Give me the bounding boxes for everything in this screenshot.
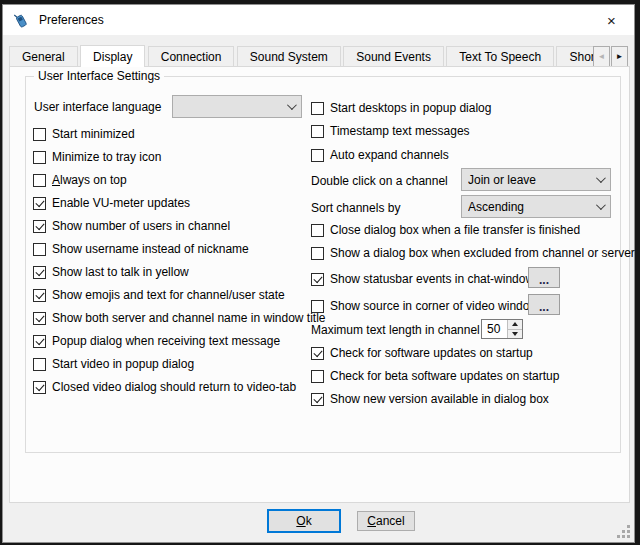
checkbox-always-on-top[interactable]: Always on top: [33, 172, 127, 188]
checkbox-timestamp-messages[interactable]: Timestamp text messages: [311, 123, 470, 139]
close-button[interactable]: ×: [589, 5, 634, 35]
chevron-down-icon: [596, 200, 606, 210]
checkbox-new-version-dialog[interactable]: Show new version available in dialog box: [311, 391, 549, 407]
checkbox-window-title[interactable]: Show both server and channel name in win…: [33, 310, 326, 326]
sort-channels-combobox[interactable]: Ascending: [461, 195, 611, 218]
tab-sound-events[interactable]: Sound Events: [343, 46, 444, 67]
tab-strip: General Display Connection Sound System …: [9, 44, 628, 67]
tab-scroll-right-icon[interactable]: ►: [611, 46, 628, 67]
titlebar[interactable]: Preferences ×: [3, 5, 634, 35]
max-text-length-value: 50: [482, 320, 507, 338]
checkbox-excluded-dialog[interactable]: Show a dialog box when excluded from cha…: [311, 245, 635, 261]
checkbox-check-updates[interactable]: Check for software updates on startup: [311, 345, 533, 361]
chevron-down-icon: [287, 100, 297, 110]
app-icon: [12, 12, 29, 29]
checkbox-video-source-corner[interactable]: Show source in corner of video window: [311, 298, 538, 314]
max-text-length-label: Maximum text length in channel list: [311, 323, 498, 337]
spinner-down-icon[interactable]: [508, 330, 522, 339]
chevron-down-icon: [596, 173, 606, 183]
checkbox-auto-expand[interactable]: Auto expand channels: [311, 147, 449, 163]
sort-channels-value: Ascending: [468, 200, 596, 214]
checkbox-close-file-transfer[interactable]: Close dialog box when a file transfer is…: [311, 222, 580, 238]
tab-scroll-left-icon[interactable]: ◄: [593, 46, 610, 67]
checkbox-start-minimized[interactable]: Start minimized: [33, 126, 135, 142]
spinner-up-icon[interactable]: [508, 320, 522, 330]
tab-sound-system[interactable]: Sound System: [237, 46, 341, 67]
language-combobox[interactable]: [172, 95, 302, 118]
tab-general[interactable]: General: [9, 46, 78, 67]
tab-text-to-speech[interactable]: Text To Speech: [446, 46, 554, 67]
checkbox-closed-video-return[interactable]: Closed video dialog should return to vid…: [33, 379, 296, 395]
tab-display[interactable]: Display: [80, 45, 145, 67]
checkbox-popup-text-message[interactable]: Popup dialog when receiving text message: [33, 333, 280, 349]
checkbox-video-popup[interactable]: Start video in popup dialog: [33, 356, 194, 372]
ok-button[interactable]: Ok: [267, 509, 341, 533]
max-text-length-spinner[interactable]: 50: [481, 319, 523, 339]
double-click-label: Double click on a channel: [311, 174, 448, 188]
checkbox-show-username[interactable]: Show username instead of nickname: [33, 241, 249, 257]
checkbox-last-to-talk[interactable]: Show last to talk in yellow: [33, 264, 189, 280]
checkbox-show-user-count[interactable]: Show number of users in channel: [33, 218, 230, 234]
checkbox-vu-meter[interactable]: Enable VU-meter updates: [33, 195, 190, 211]
checkbox-show-emojis[interactable]: Show emojis and text for channel/user st…: [33, 287, 285, 303]
statusbar-events-browse-button[interactable]: ...: [528, 267, 560, 288]
sort-channels-label: Sort channels by: [311, 201, 400, 215]
checkbox-statusbar-events[interactable]: Show statusbar events in chat-window: [311, 271, 534, 287]
tab-connection[interactable]: Connection: [148, 46, 235, 67]
double-click-value: Join or leave: [468, 173, 596, 187]
language-label: User interface language: [34, 100, 161, 114]
checkbox-minimize-to-tray[interactable]: Minimize to tray icon: [33, 149, 161, 165]
checkbox-check-beta-updates[interactable]: Check for beta software updates on start…: [311, 368, 559, 384]
display-tab-page: User Interface Settings User interface l…: [9, 66, 630, 503]
group-title: User Interface Settings: [34, 69, 164, 83]
cancel-button[interactable]: Cancel: [357, 511, 415, 531]
preferences-dialog: Preferences × General Display Connection…: [2, 4, 635, 543]
window-title: Preferences: [39, 13, 104, 27]
video-source-browse-button[interactable]: ...: [528, 294, 560, 315]
double-click-combobox[interactable]: Join or leave: [461, 168, 611, 191]
checkbox-desktops-popup[interactable]: Start desktops in popup dialog: [311, 100, 491, 116]
resize-grip[interactable]: [618, 526, 630, 538]
